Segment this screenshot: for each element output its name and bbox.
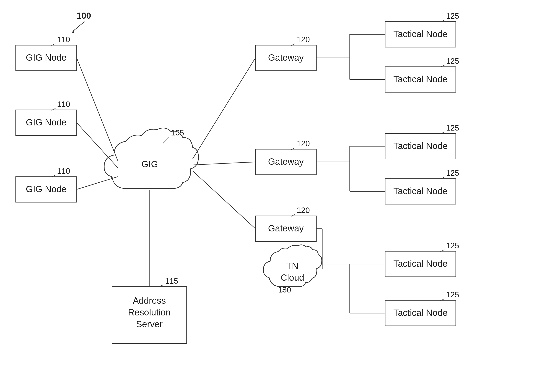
- tactical-node-4-label: Tactical Node: [393, 186, 448, 196]
- gig-node-1: GIG Node 110: [16, 35, 77, 71]
- tn-cloud-label: TN: [286, 261, 298, 271]
- gateway-1-id: 120: [297, 35, 310, 44]
- tn-cloud: TN Cloud 130: [263, 245, 322, 294]
- tn-cloud-label2: Cloud: [280, 272, 304, 283]
- diagram-container: 100 GIG 105 Address Resolution Server 11…: [0, 0, 547, 392]
- tactical-node-4: Tactical Node 125: [385, 169, 459, 204]
- tactical-node-6-id: 125: [446, 290, 459, 299]
- svg-line-39: [77, 177, 118, 189]
- gig-node-3-label: GIG Node: [26, 184, 66, 194]
- tactical-node-1-label: Tactical Node: [393, 29, 448, 39]
- svg-line-42: [193, 162, 255, 165]
- ars-box: Address Resolution Server 115: [112, 277, 187, 344]
- ars-label: Address: [133, 295, 166, 306]
- gateway-1: Gateway 120: [255, 35, 316, 71]
- tactical-node-5-id: 125: [446, 241, 459, 250]
- tactical-node-6: Tactical Node 125: [385, 290, 459, 326]
- tactical-node-5: Tactical Node 125: [385, 241, 459, 277]
- gig-cloud-label: GIG: [142, 159, 158, 169]
- gateway-3-label: Gateway: [268, 223, 304, 233]
- tactical-node-3: Tactical Node 125: [385, 123, 459, 159]
- gig-cloud: GIG 105: [104, 128, 198, 188]
- svg-marker-1: [72, 29, 75, 33]
- svg-line-41: [192, 58, 255, 159]
- gateway-3-id: 120: [297, 206, 310, 214]
- gig-node-2: GIG Node 110: [16, 100, 77, 135]
- tactical-node-4-id: 125: [446, 169, 459, 177]
- tn-cloud-id: 130: [278, 286, 291, 294]
- tactical-node-3-id: 125: [446, 123, 459, 132]
- gig-cloud-id: 105: [171, 128, 184, 137]
- diagram-title: 100: [77, 11, 91, 20]
- gig-node-1-id: 110: [57, 35, 70, 44]
- tactical-node-5-label: Tactical Node: [393, 259, 448, 269]
- gig-node-1-label: GIG Node: [26, 53, 66, 63]
- gateway-1-label: Gateway: [268, 53, 304, 63]
- gig-node-3-id: 110: [57, 167, 70, 175]
- ars-id: 115: [165, 277, 178, 285]
- gig-node-2-label: GIG Node: [26, 117, 66, 127]
- tactical-node-6-label: Tactical Node: [393, 308, 448, 318]
- gateway-3: Gateway 120: [255, 206, 316, 241]
- tactical-node-1: Tactical Node 125: [385, 12, 459, 47]
- tactical-node-1-id: 125: [446, 12, 459, 20]
- ars-label3: Server: [136, 319, 163, 329]
- ars-label2: Resolution: [128, 307, 171, 317]
- svg-line-43: [192, 171, 255, 229]
- gateway-2: Gateway 120: [255, 139, 316, 175]
- tactical-node-3-label: Tactical Node: [393, 141, 448, 151]
- tactical-node-2: Tactical Node 125: [385, 57, 459, 92]
- gateway-2-id: 120: [297, 139, 310, 148]
- tactical-node-2-label: Tactical Node: [393, 74, 448, 84]
- tactical-node-2-id: 125: [446, 57, 459, 65]
- gig-node-3: GIG Node 110: [16, 167, 77, 202]
- gateway-2-label: Gateway: [268, 156, 304, 167]
- gig-node-2-id: 110: [57, 100, 70, 109]
